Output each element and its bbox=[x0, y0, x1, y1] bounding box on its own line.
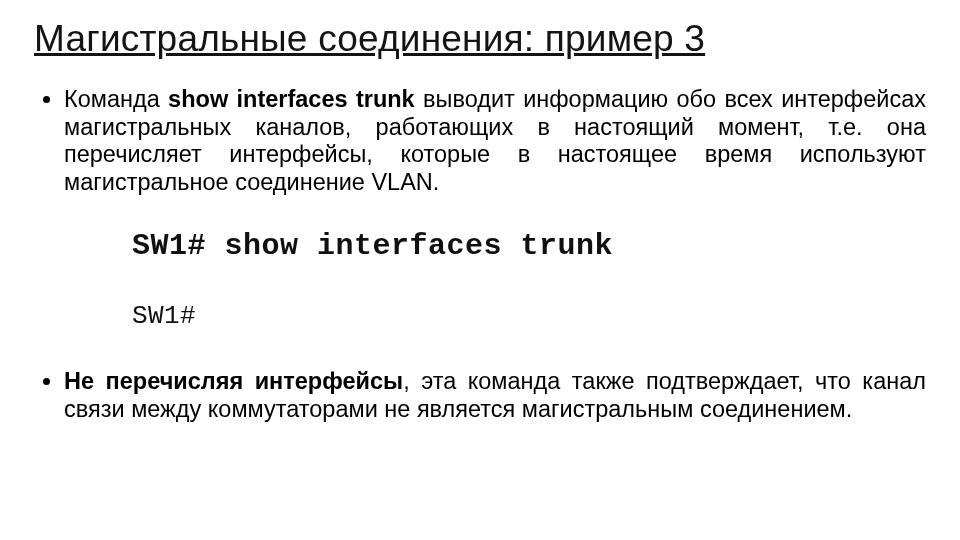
bullet1-lead: Команда bbox=[64, 86, 168, 112]
bullet-item-2: Не перечисляя интерфейсы, эта команда та… bbox=[64, 368, 926, 423]
cli-line-1: SW1# show interfaces trunk bbox=[132, 221, 926, 272]
slide-title: Магистральные соединения: пример 3 bbox=[34, 18, 926, 60]
bullet-list-2: Не перечисляя интерфейсы, эта команда та… bbox=[34, 368, 926, 423]
cli-line-2: SW1# bbox=[132, 294, 926, 338]
bullet-list: Команда show interfaces trunk выводит ин… bbox=[34, 86, 926, 197]
slide: Магистральные соединения: пример 3 Коман… bbox=[0, 0, 960, 540]
cli-output: SW1# show interfaces trunk SW1# bbox=[132, 221, 926, 338]
bullet1-command: show interfaces trunk bbox=[168, 86, 415, 112]
bullet-item-1: Команда show interfaces trunk выводит ин… bbox=[64, 86, 926, 197]
bullet2-lead: Не перечисляя интерфейсы bbox=[64, 368, 403, 394]
